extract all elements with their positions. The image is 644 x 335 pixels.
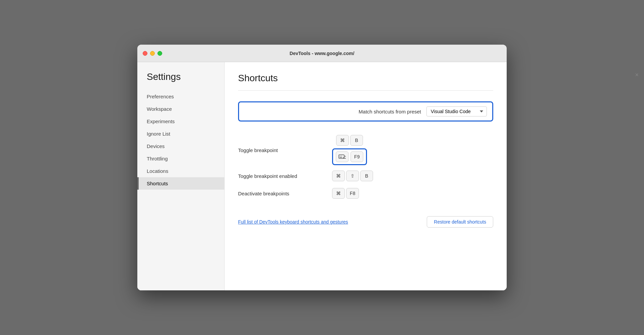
window-title: DevTools - www.google.com/ — [290, 51, 355, 56]
key-shift: ⇧ — [346, 171, 359, 181]
content-area: Settings Preferences Workspace Experimen… — [137, 62, 507, 290]
page-title: Shortcuts — [238, 73, 493, 84]
sidebar-item-preferences[interactable]: Preferences — [137, 90, 224, 103]
key-f9: F9 — [351, 151, 363, 162]
titlebar: DevTools - www.google.com/ — [137, 45, 507, 62]
sidebar-item-ignore-list[interactable]: Ignore List — [137, 128, 224, 140]
footer-row: Full list of DevTools keyboard shortcuts… — [238, 209, 493, 228]
shortcut-name-toggle-breakpoint: Toggle breakpoint — [238, 147, 332, 153]
restore-default-shortcuts-button[interactable]: Restore default shortcuts — [427, 216, 493, 228]
sidebar-item-workspace[interactable]: Workspace — [137, 103, 224, 115]
shortcut-name-deactivate: Deactivate breakpoints — [238, 191, 332, 196]
maximize-traffic-light[interactable] — [157, 51, 162, 56]
close-traffic-light[interactable] — [143, 51, 147, 56]
key-combo-cmd-b: ⌘ B — [336, 135, 363, 146]
sidebar-item-experiments[interactable]: Experiments — [137, 115, 224, 128]
sidebar-item-locations[interactable]: Locations — [137, 165, 224, 177]
preset-label: Match shortcuts from preset — [359, 109, 421, 114]
sidebar-item-devices[interactable]: Devices — [137, 140, 224, 152]
preset-select[interactable]: Visual Studio Code DevTools (Default) — [426, 106, 487, 116]
full-list-link[interactable]: Full list of DevTools keyboard shortcuts… — [238, 219, 348, 225]
shortcut-row-toggle-breakpoint: Toggle breakpoint ⌘ B — [238, 135, 493, 165]
key-cmd: ⌘ — [336, 135, 349, 146]
key-f8: F8 — [346, 188, 359, 199]
preset-row: Match shortcuts from preset Visual Studi… — [238, 101, 493, 122]
key-cmd2: ⌘ — [332, 171, 345, 181]
sidebar-title: Settings — [137, 71, 224, 90]
key-b: B — [350, 135, 363, 146]
key-combo-edit-f9[interactable]: F9 — [332, 148, 367, 165]
sidebar: Settings Preferences Workspace Experimen… — [137, 62, 225, 290]
shortcut-row-toggle-enabled: Toggle breakpoint enabled ⌘ ⇧ B — [238, 171, 493, 181]
sidebar-item-throttling[interactable]: Throttling — [137, 152, 224, 165]
main-content: × Shortcuts Match shortcuts from preset … — [225, 62, 507, 290]
keyboard-shortcut-icon — [336, 151, 349, 162]
traffic-lights — [143, 51, 162, 56]
shortcut-keys-toggle-breakpoint: ⌘ B — [332, 135, 367, 165]
key-combo-cmd-f8: ⌘ F8 — [332, 188, 359, 199]
key-b2: B — [360, 171, 373, 181]
divider — [238, 90, 493, 91]
shortcut-name-toggle-enabled: Toggle breakpoint enabled — [238, 173, 332, 179]
key-cmd3: ⌘ — [332, 188, 345, 199]
key-combo-cmd-shift-b: ⌘ ⇧ B — [332, 171, 373, 181]
window: DevTools - www.google.com/ Settings Pref… — [137, 45, 507, 290]
sidebar-item-shortcuts[interactable]: Shortcuts — [137, 177, 224, 190]
shortcut-row-deactivate: Deactivate breakpoints ⌘ F8 — [238, 188, 493, 199]
minimize-traffic-light[interactable] — [150, 51, 155, 56]
